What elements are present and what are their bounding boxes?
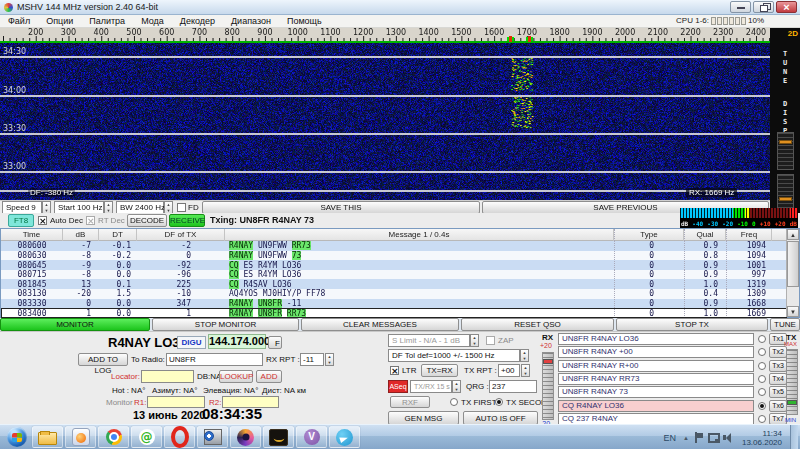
column-header-df-of-tx[interactable]: DF of TX <box>137 229 225 241</box>
menu--[interactable]: Опции <box>38 16 81 26</box>
auto-is-off-button[interactable]: AUTO IS OFF <box>463 411 538 425</box>
tx-power-handle[interactable] <box>787 400 797 405</box>
tx-select-radio-tx4[interactable] <box>758 375 766 383</box>
network-icon[interactable] <box>708 432 719 443</box>
s-limit-control[interactable]: S Limit - N/A - 1 dB <box>388 334 470 347</box>
taskbar-icon-clock-app[interactable] <box>197 426 228 448</box>
column-header-db[interactable]: dB <box>63 229 99 241</box>
column-header-freq[interactable]: Freq <box>726 229 772 241</box>
tx-text-field-tx1[interactable]: UN8FR R4NAY LO36 <box>558 333 754 345</box>
decode-row[interactable]: 080715-80.0-96CQ ES R4YM LO36 00.9997 <box>1 270 787 280</box>
lookup-button[interactable]: LOOKUP <box>219 370 253 383</box>
tx-button-tx3[interactable]: Tx3 <box>769 360 787 372</box>
radio-mode-indicator[interactable]: DIGU <box>177 336 206 349</box>
side-label-tune[interactable]: TUNE <box>780 50 789 86</box>
language-indicator[interactable]: EN <box>663 433 676 443</box>
menu--[interactable]: Палитра <box>81 16 133 26</box>
tray-expand-icon[interactable]: ▲ <box>683 435 689 441</box>
locator-input[interactable] <box>141 370 194 383</box>
decode-row[interactable]: 080600-7-0.1-2R4NAY UN9FWW RR73 00.91094 <box>1 241 787 251</box>
txrx-spinner[interactable] <box>452 380 461 393</box>
tx-text-field-tx3[interactable]: UN8FR R4NAY R+00 <box>558 360 754 372</box>
button-monitor[interactable]: MONITOR <box>0 318 150 331</box>
taskbar-icon-mail-agent[interactable] <box>131 426 162 448</box>
tx-select-radio-tx5[interactable] <box>758 388 766 396</box>
mode-button-ft8[interactable]: FT8 <box>8 214 34 227</box>
aseq-indicator[interactable]: ASeq <box>388 380 408 393</box>
tx-select-radio-tx6[interactable] <box>758 402 766 410</box>
decode-button[interactable]: DECODE <box>127 214 167 227</box>
receive-indicator[interactable]: RECEIVE <box>169 214 205 227</box>
taskbar-icon-media[interactable] <box>65 426 96 448</box>
menu--[interactable]: Декодер <box>172 16 223 26</box>
taskbar-icon-opera[interactable] <box>164 426 195 448</box>
volume-icon[interactable] <box>723 432 734 443</box>
close-button[interactable] <box>776 1 797 13</box>
scroll-down-arrow[interactable]: ▼ <box>787 306 799 317</box>
df-tolerance-control[interactable]: DF Tol def=1000 +/- 1500 Hz <box>388 349 520 362</box>
menu--[interactable]: Диапазон <box>223 16 279 26</box>
display-mode-label[interactable]: 2D <box>788 29 798 38</box>
gain-slider-handle[interactable] <box>779 140 792 144</box>
column-header-dt[interactable]: DT <box>99 229 137 241</box>
tx-rpt-spinner[interactable] <box>521 364 530 377</box>
tx-button-tx6[interactable]: Tx6 <box>769 400 787 412</box>
rx-rpt-input[interactable] <box>300 353 324 366</box>
tx-second-radio[interactable] <box>495 398 503 406</box>
tx-text-field-tx4[interactable]: UN8FR R4NAY RR73 <box>558 373 754 385</box>
tx-text-field-tx6[interactable]: CQ R4NAY LO36 <box>558 400 754 412</box>
decode-row[interactable]: 081845130.1225CQ R4SAV LO36 01.01319 <box>1 279 787 289</box>
zap-checkbox[interactable] <box>486 336 495 345</box>
tx-rpt-input[interactable] <box>498 364 520 377</box>
column-header-time[interactable]: Time <box>1 229 63 241</box>
rxf-button[interactable]: RXF <box>390 396 430 408</box>
scrollbar-thumb[interactable] <box>787 241 799 287</box>
button-clear-messages[interactable]: CLEAR MESSAGES <box>301 318 459 331</box>
column-header-message-1-0-4s[interactable]: Message 1 / 0.4s <box>225 229 614 241</box>
tx-first-radio[interactable] <box>450 398 458 406</box>
side-label-disp[interactable]: DISP <box>780 100 789 136</box>
menu--[interactable]: Мода <box>133 16 172 26</box>
rt-dec-checkbox[interactable] <box>86 216 95 225</box>
df-tol-spinner[interactable] <box>520 349 529 362</box>
ltr-checkbox[interactable] <box>390 366 399 375</box>
waterfall-zero-slider[interactable] <box>777 174 794 212</box>
tx-select-radio-tx7[interactable] <box>758 415 766 423</box>
s-limit-spinner[interactable] <box>470 334 479 347</box>
fd-checkbox[interactable] <box>177 203 186 212</box>
add-to-log-button[interactable]: ADD TO LOG <box>78 353 128 366</box>
table-scrollbar[interactable]: ▲ ▼ <box>786 229 799 317</box>
gen-msg-button[interactable]: GEN MSG <box>388 411 459 425</box>
rx-rpt-spinner[interactable] <box>325 353 334 366</box>
taskbar-icon-viber[interactable] <box>296 426 327 448</box>
tx-text-field-tx5[interactable]: UN8FR R4NAY 73 <box>558 386 754 398</box>
tx-button-tx4[interactable]: Tx4 <box>769 373 787 385</box>
button-tune[interactable]: TUNE <box>770 318 800 331</box>
tray-clock[interactable]: 11:34 13.06.2020 <box>742 429 782 447</box>
decode-row[interactable]: 08333000.0347R4NAY UN8FR -11 00.91668 <box>1 299 787 309</box>
decode-row[interactable]: 080630-8-0.20R4NAY UN9FWW 73 00.81094 <box>1 251 787 261</box>
monitor-r1-input[interactable] <box>147 396 205 408</box>
minimize-button[interactable] <box>730 1 751 13</box>
decode-row[interactable]: 080645-90.0-92CQ ES R4YM LO36 00.91001 <box>1 260 787 270</box>
taskbar-icon-browser[interactable] <box>230 426 261 448</box>
rx-gain-slider[interactable] <box>542 352 554 420</box>
zero-slider-handle[interactable] <box>779 197 792 201</box>
tx-select-radio-tx2[interactable] <box>758 348 766 356</box>
button-stop-tx[interactable]: STOP TX <box>616 318 768 331</box>
taskbar-icon-start[interactable] <box>4 426 30 448</box>
button-reset-qso[interactable]: RESET QSO <box>461 318 614 331</box>
tx-text-field-tx2[interactable]: UN8FR R4NAY +00 <box>558 346 754 358</box>
tx-select-radio-tx1[interactable] <box>758 335 766 343</box>
menu--[interactable]: Помощь <box>279 16 330 26</box>
menu--[interactable]: Файл <box>0 16 38 26</box>
action-center-icon[interactable] <box>693 432 704 443</box>
tx-select-radio-tx3[interactable] <box>758 362 766 370</box>
to-radio-input[interactable] <box>166 353 263 366</box>
show-desktop-button[interactable] <box>790 425 798 449</box>
decode-row[interactable]: 08340010.01R4NAY UN8FR RR73 01.01669 <box>1 308 787 318</box>
taskbar-icon-chrome[interactable] <box>98 426 129 448</box>
button-stop-monitor[interactable]: STOP MONITOR <box>152 318 299 331</box>
taskbar-icon-dx-app[interactable] <box>263 426 294 448</box>
txrx-period-control[interactable]: TX/RX 15 s <box>410 380 452 393</box>
